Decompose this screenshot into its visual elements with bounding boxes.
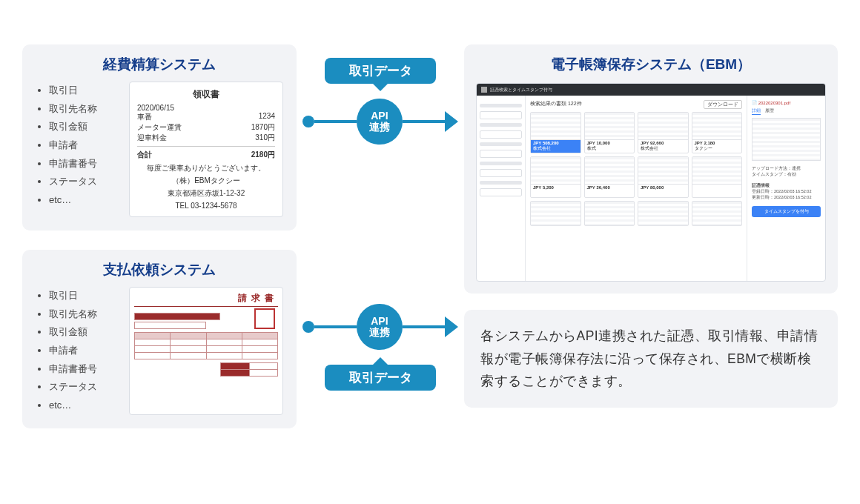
invoice-table xyxy=(134,332,278,359)
api-text-1: API xyxy=(371,316,388,327)
ebm-card[interactable] xyxy=(530,201,581,226)
detail-meta: アップロード方法：連携 タイムスタンプ：有効 証憑情報 登録日時：2022/02… xyxy=(752,165,821,200)
card-sub: 株式会社 xyxy=(533,146,551,150)
data-label: 取引データ xyxy=(325,58,436,84)
detail-file: 2022020301.pdf xyxy=(758,101,790,105)
ebm-card[interactable]: JPY 92,660株式会社 xyxy=(638,112,689,153)
tab-history[interactable]: 履歴 xyxy=(765,107,774,115)
receipt-vehicle-label: 車番 xyxy=(137,112,152,122)
pointer-up-icon xyxy=(373,357,388,365)
ebm-card[interactable]: JPY 2,180タクシー xyxy=(692,112,743,153)
receipt-total: 2180円 xyxy=(251,150,275,160)
ebm-panel: 電子帳簿保存システム（EBM） 証憑検索とタイムスタンプ付与 検索結果の書類 1… xyxy=(464,44,838,294)
pointer-down-icon xyxy=(373,84,388,91)
receipt-tel: TEL 03-1234-5678 xyxy=(137,201,275,210)
expense-title: 経費精算システム xyxy=(36,55,283,74)
ebm-grid: JPY 508,200株式会社 JPY 10,000株式 JPY 92,660株… xyxy=(530,112,742,226)
card-price: JPY 26,400 xyxy=(587,185,610,190)
card-price: JPY 92,660 xyxy=(641,141,664,145)
payment-field-list: 取引日 取引先名称 取引金額 申請者 申請書番号 ステータス etc… xyxy=(36,287,119,415)
api-text-2: 連携 xyxy=(369,122,390,133)
data-label: 取引データ xyxy=(325,365,436,391)
ebm-app-screenshot: 証憑検索とタイムスタンプ付与 検索結果の書類 122件 ダウンロード xyxy=(476,83,826,282)
receipt-fare: 1870円 xyxy=(251,122,275,133)
receipt-toll-label: 迎車料金 xyxy=(137,133,167,143)
api-connector-bottom: API 連携 取引データ xyxy=(302,296,458,391)
meta-line: タイムスタンプ：有効 xyxy=(752,171,821,177)
meta-line: アップロード方法：連携 xyxy=(752,165,821,171)
receipt-total-label: 合計 xyxy=(137,150,152,160)
ebm-title: 電子帳簿保存システム（EBM） xyxy=(476,55,826,74)
invoice-title: 請求書 xyxy=(134,292,278,307)
ebm-card[interactable]: JPY 10,000株式 xyxy=(584,112,635,153)
payment-title: 支払依頼システム xyxy=(36,260,283,279)
ebm-topbar-title: 証憑検索とタイムスタンプ付与 xyxy=(490,87,552,93)
ebm-card[interactable]: JPY 80,000 xyxy=(638,156,689,198)
list-item: ステータス xyxy=(49,378,119,397)
ebm-topbar: 証憑検索とタイムスタンプ付与 xyxy=(477,84,825,96)
list-item: 申請者 xyxy=(49,342,119,360)
receipt-title: 領収書 xyxy=(137,88,275,101)
list-item: ステータス xyxy=(49,173,119,191)
receipt-fare-label: メーター運賃 xyxy=(137,122,182,133)
ebm-card[interactable]: JPY 508,200株式会社 xyxy=(530,112,581,153)
ebm-card[interactable] xyxy=(692,201,743,226)
flow-line xyxy=(314,120,357,123)
card-sub: 株式 xyxy=(587,146,596,150)
ebm-main: 検索結果の書類 122件 ダウンロード JPY 508,200株式会社 JPY … xyxy=(526,96,747,281)
meta-heading: 証憑情報 xyxy=(752,182,821,188)
right-column: 電子帳簿保存システム（EBM） 証憑検索とタイムスタンプ付与 検索結果の書類 1… xyxy=(464,44,838,408)
ebm-detail-pane: 📄 2022020301.pdf 詳細 履歴 アップロード方法：連携 タイムスタ… xyxy=(747,96,825,281)
api-text-1: API xyxy=(371,110,388,122)
list-item: 申請者 xyxy=(49,136,119,155)
list-item: etc… xyxy=(49,191,119,210)
list-item: 取引先名称 xyxy=(49,305,119,324)
card-price: JPY 2,180 xyxy=(695,141,715,145)
arrow-right-icon xyxy=(445,111,458,132)
flow-line xyxy=(314,325,357,328)
receipt-thanks: 毎度ご乗車ありがとうございます。 xyxy=(137,163,275,173)
card-price: JPY 10,000 xyxy=(587,141,610,145)
detail-preview xyxy=(752,118,821,161)
meta-line: 更新日時：2022/02/03 16:52:02 xyxy=(752,194,821,200)
ebm-sidebar xyxy=(477,96,526,281)
list-item: 取引日 xyxy=(49,287,119,305)
ebm-card[interactable] xyxy=(584,201,635,226)
list-item: etc… xyxy=(49,397,119,415)
ebm-card[interactable]: JPY 5,200 xyxy=(530,156,581,198)
invoice-document: 請求書 xyxy=(129,287,283,415)
flow-line xyxy=(403,325,445,328)
list-item: 取引金額 xyxy=(49,323,119,342)
ebm-card[interactable] xyxy=(638,201,689,226)
timestamp-button[interactable]: タイムスタンプを付与 xyxy=(752,206,821,217)
api-text-2: 連携 xyxy=(369,327,390,338)
list-item: 申請書番号 xyxy=(49,360,119,379)
ebm-count: 検索結果の書類 122件 xyxy=(530,100,582,109)
card-sub: タクシー xyxy=(695,146,712,150)
receipt-document: 領収書 2020/06/15 車番1234 メーター運賃1870円 迎車料金31… xyxy=(129,82,283,217)
api-connector-top: 取引データ API 連携 xyxy=(302,58,458,152)
flow-dot-icon xyxy=(302,321,314,333)
seal-icon xyxy=(254,308,275,329)
list-item: 申請書番号 xyxy=(49,155,119,173)
card-sub: 株式会社 xyxy=(641,146,658,150)
receipt-date: 2020/06/15 xyxy=(137,104,275,112)
app-icon xyxy=(481,87,487,93)
receipt-toll: 310円 xyxy=(255,133,275,143)
list-item: 取引金額 xyxy=(49,118,119,136)
receipt-address: 東京都港区赤坂1-12-32 xyxy=(137,188,275,198)
list-item: 取引先名称 xyxy=(49,100,119,119)
flow-line xyxy=(403,120,445,123)
arrow-right-icon xyxy=(445,316,458,337)
tab-detail[interactable]: 詳細 xyxy=(752,107,761,115)
receipt-company: （株）EBMタクシー xyxy=(137,176,275,185)
expense-system-panel: 経費精算システム 取引日 取引先名称 取引金額 申請者 申請書番号 ステータス … xyxy=(22,44,297,231)
api-circle: API 連携 xyxy=(357,99,402,145)
flow-dot-icon xyxy=(302,116,314,127)
expense-field-list: 取引日 取引先名称 取引金額 申請者 申請書番号 ステータス etc… xyxy=(36,82,119,217)
description-panel: 各システムからAPI連携された証憑、取引情報、申請情報が電子帳簿保存法に沿って保… xyxy=(464,310,838,408)
ebm-card[interactable]: JPY 26,400 xyxy=(584,156,635,198)
card-price: JPY 5,200 xyxy=(533,185,554,190)
ebm-card[interactable] xyxy=(692,156,743,198)
download-button[interactable]: ダウンロード xyxy=(704,100,742,109)
